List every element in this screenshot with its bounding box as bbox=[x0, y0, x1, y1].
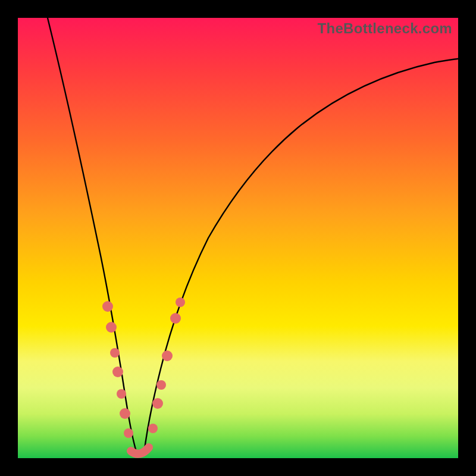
marker-dot bbox=[156, 380, 166, 390]
marker-dot bbox=[112, 367, 123, 377]
plot-area: TheBottleneck.com bbox=[18, 18, 458, 458]
marker-dot bbox=[170, 313, 181, 324]
chart-frame: TheBottleneck.com bbox=[0, 0, 476, 476]
marker-dot bbox=[124, 428, 133, 438]
marker-dot bbox=[102, 301, 113, 312]
valley-highlight bbox=[131, 447, 149, 454]
marker-dot bbox=[176, 298, 185, 307]
marker-dot bbox=[162, 350, 173, 361]
marker-dot bbox=[152, 398, 163, 409]
curve-layer bbox=[18, 18, 458, 458]
marker-dot bbox=[106, 322, 117, 333]
marker-dot bbox=[110, 348, 120, 358]
bottleneck-curve bbox=[45, 6, 461, 453]
marker-dot bbox=[117, 389, 126, 399]
marker-dot bbox=[120, 408, 130, 419]
marker-dot bbox=[148, 424, 158, 433]
